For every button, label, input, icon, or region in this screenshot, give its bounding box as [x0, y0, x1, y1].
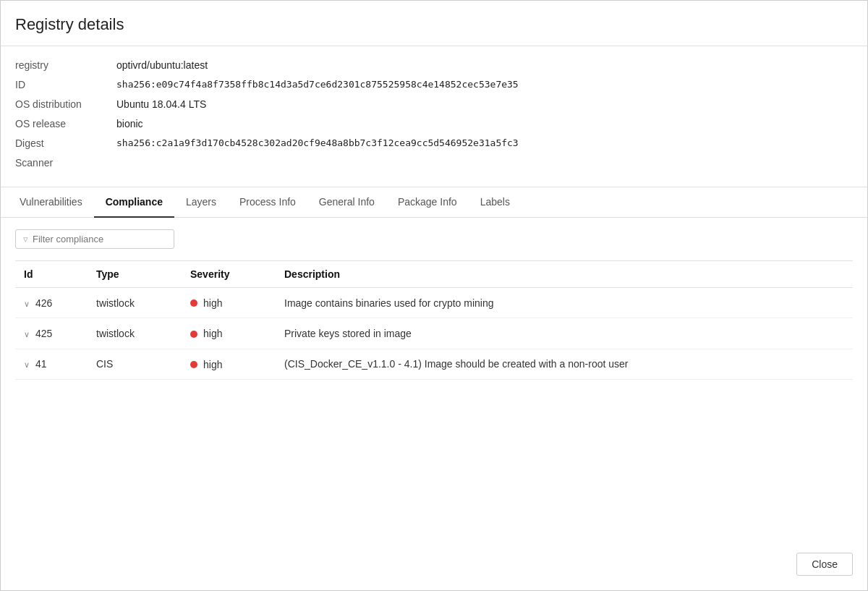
table-row: ∨425twistlockhighPrivate keys stored in … [15, 318, 853, 349]
info-label: ID [15, 77, 116, 93]
info-value: bionic [116, 116, 143, 132]
info-value: sha256:c2a1a9f3d170cb4528c302ad20cf9e48a… [116, 136, 519, 151]
cell-type: twistlock [88, 318, 182, 349]
chevron-icon[interactable]: ∨ [24, 330, 30, 339]
info-value: sha256:e09c74f4a8f7358ffb8c14d3a5d7ce6d2… [116, 77, 519, 93]
cell-id: ∨426 [15, 288, 88, 318]
close-button-wrap: Close [796, 553, 853, 576]
tab-labels[interactable]: Labels [469, 187, 522, 218]
tab-process-info[interactable]: Process Info [228, 187, 307, 218]
cell-description: (CIS_Docker_CE_v1.1.0 - 4.1) Image shoul… [276, 349, 853, 379]
col-header-severity: Severity [182, 261, 276, 288]
content-area: ▿ IdTypeSeverityDescription ∨426twistloc… [1, 218, 867, 391]
info-row: OS releasebionic [15, 116, 853, 132]
chevron-icon[interactable]: ∨ [24, 360, 30, 370]
severity-dot [190, 299, 197, 307]
cell-id: ∨425 [15, 318, 88, 349]
severity-dot [190, 361, 197, 368]
tab-general-info[interactable]: General Info [307, 187, 386, 218]
cell-severity: high [182, 288, 276, 318]
cell-type: twistlock [88, 288, 182, 318]
col-header-type: Type [88, 261, 182, 288]
info-label: OS distribution [15, 97, 116, 112]
filter-input[interactable] [33, 234, 166, 245]
info-label: Scanner [15, 156, 116, 171]
tab-compliance[interactable]: Compliance [94, 187, 174, 218]
cell-severity: high [182, 349, 276, 379]
compliance-table: IdTypeSeverityDescription ∨426twistlockh… [15, 260, 853, 380]
cell-severity: high [182, 318, 276, 349]
chevron-icon[interactable]: ∨ [24, 299, 30, 309]
tab-package-info[interactable]: Package Info [386, 187, 469, 218]
info-row: OS distributionUbuntu 18.04.4 LTS [15, 97, 853, 112]
info-row: IDsha256:e09c74f4a8f7358ffb8c14d3a5d7ce6… [15, 77, 853, 93]
info-row: Scanner [15, 156, 853, 171]
info-row: registryoptivrd/ubuntu:latest [15, 58, 853, 73]
cell-description: Image contains binaries used for crypto … [276, 288, 853, 318]
page-title: Registry details [1, 1, 867, 46]
close-button[interactable]: Close [796, 553, 853, 576]
filter-input-wrap[interactable]: ▿ [15, 229, 174, 249]
cell-id: ∨41 [15, 349, 88, 379]
col-header-id: Id [15, 261, 88, 288]
tab-vulnerabilities[interactable]: Vulnerabilities [8, 187, 94, 218]
cell-type: CIS [88, 349, 182, 379]
info-value: Ubuntu 18.04.4 LTS [116, 97, 206, 112]
table-row: ∨426twistlockhighImage contains binaries… [15, 288, 853, 318]
filter-bar: ▿ [15, 229, 853, 249]
info-row: Digestsha256:c2a1a9f3d170cb4528c302ad20c… [15, 136, 853, 151]
info-label: OS release [15, 116, 116, 132]
filter-icon: ▿ [23, 234, 28, 245]
severity-text: high [203, 328, 222, 340]
severity-dot [190, 331, 197, 338]
registry-info-section: registryoptivrd/ubuntu:latestIDsha256:e0… [1, 46, 867, 187]
cell-description: Private keys stored in image [276, 318, 853, 349]
col-header-description: Description [276, 261, 853, 288]
info-label: registry [15, 58, 116, 73]
severity-text: high [203, 359, 222, 370]
tab-layers[interactable]: Layers [174, 187, 228, 218]
table-row: ∨41CIShigh(CIS_Docker_CE_v1.1.0 - 4.1) I… [15, 349, 853, 379]
tabs-bar: VulnerabilitiesComplianceLayersProcess I… [1, 187, 867, 218]
info-value: optivrd/ubuntu:latest [116, 58, 208, 73]
info-label: Digest [15, 136, 116, 151]
severity-text: high [203, 297, 222, 309]
